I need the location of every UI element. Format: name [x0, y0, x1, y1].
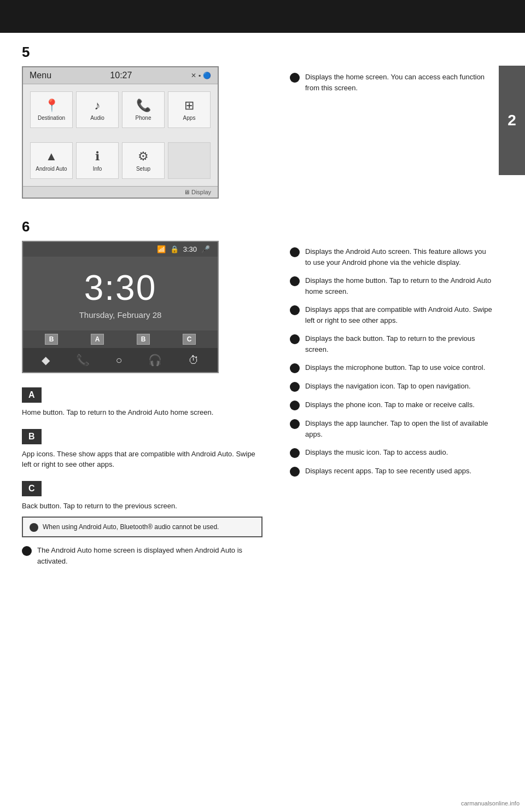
bullet-text-6-8: Displays the app launcher. Tap to open t… — [305, 418, 492, 439]
info-label: Info — [93, 166, 102, 172]
bullet-text-6-extra-1: The Android Auto home screen is displaye… — [37, 545, 262, 566]
warning-text: When using Android Auto, Bluetooth® audi… — [43, 522, 219, 532]
call-icon[interactable]: 📞 — [76, 353, 90, 367]
android-time: 3:30 — [183, 245, 197, 253]
bullet-6-6: Displays the navigation icon. Tap to ope… — [290, 381, 492, 392]
btn-label-c[interactable]: C — [183, 334, 196, 345]
desc-b: App icons. These show apps that are comp… — [22, 449, 262, 470]
bullet-dot-6-9 — [290, 448, 300, 458]
menu-title: Menu — [30, 71, 51, 80]
menu-grid-row1: 📍 Destination ♪ Audio 📞 Phone ⊞ Apps — [23, 84, 218, 135]
music-icon[interactable]: 🎧 — [148, 353, 162, 367]
bullet-text-6-3: Displays apps that are compatible with A… — [305, 304, 492, 326]
bullet-6-4: Displays the back button. Tap to return … — [290, 333, 492, 355]
android-button-row: B A B C — [23, 330, 218, 348]
bullet-text-5-1: Displays the home screen. You can access… — [305, 72, 492, 93]
menu-item-apps[interactable]: ⊞ Apps — [168, 91, 211, 128]
menu-screen: Menu 10:27 ✕ ▪ 🔵 📍 Destination ♪ — [22, 66, 219, 199]
android-date: Thursday, February 28 — [23, 310, 218, 320]
screen-header: Menu 10:27 ✕ ▪ 🔵 — [23, 67, 218, 84]
destination-icon: 📍 — [44, 98, 59, 113]
bullet-text-6-5: Displays the microphone button. Tap to u… — [305, 362, 485, 373]
section-6-label: 6 — [22, 218, 525, 235]
desc-c: Back button. Tap to return to the previo… — [22, 501, 262, 512]
phone-icon: 📞 — [136, 98, 151, 113]
bullet-dot-6-4 — [290, 334, 300, 344]
bullet-dot-6-2 — [290, 276, 300, 286]
bullet-dot-6-7 — [290, 401, 300, 410]
apps-label: Apps — [183, 115, 196, 121]
bullet-6-10: Displays recent apps. Tap to see recentl… — [290, 466, 492, 477]
bullet-dot — [22, 546, 32, 556]
section-5-left: Menu 10:27 ✕ ▪ 🔵 📍 Destination ♪ — [22, 66, 262, 210]
bullet-dot-6-10 — [290, 467, 300, 477]
bullet-text-6-6: Displays the navigation icon. Tap to ope… — [305, 381, 471, 392]
bullet-text-6-10: Displays recent apps. Tap to see recentl… — [305, 466, 471, 477]
bullet-dot — [290, 73, 300, 83]
screen-time: 10:27 — [110, 71, 132, 80]
menu-grid-row2: ▲ Android Auto ℹ Info ⚙ Setup — [23, 135, 218, 186]
recents-icon[interactable]: ⏱ — [188, 354, 199, 367]
bullet-dot-6-1 — [290, 247, 300, 257]
bullet-text-6-7: Displays the phone icon. Tap to make or … — [305, 399, 475, 410]
bullet-6-9: Displays the music icon. Tap to access a… — [290, 447, 492, 458]
chapter-tab: 2 — [499, 66, 525, 175]
setup-icon: ⚙ — [138, 149, 149, 164]
setup-label: Setup — [136, 166, 150, 172]
section-5-label: 5 — [22, 44, 525, 61]
android-clock: 3:30 — [23, 257, 218, 310]
btn-label-b1[interactable]: B — [45, 334, 59, 345]
androidauto-label: Android Auto — [36, 166, 67, 172]
chapter-number: 2 — [508, 112, 516, 129]
bullet-dot-6-5 — [290, 363, 300, 373]
destination-label: Destination — [38, 115, 65, 121]
menu-item-audio[interactable]: ♪ Audio — [76, 91, 119, 128]
bullet-text-6-9: Displays the music icon. Tap to access a… — [305, 447, 448, 458]
menu-item-setup[interactable]: ⚙ Setup — [122, 142, 165, 179]
menu-item-phone[interactable]: 📞 Phone — [122, 91, 165, 128]
badge-c: C — [22, 481, 42, 496]
lock-icon-android: 🔒 — [170, 245, 179, 253]
btn-label-b2[interactable]: B — [137, 334, 150, 345]
bullet-text-6-2: Displays the home button. Tap to return … — [305, 275, 492, 297]
bottom-logo: carmanualsonline.info — [461, 800, 520, 807]
menu-item-info[interactable]: ℹ Info — [76, 142, 119, 179]
bullet-dot-6-6 — [290, 382, 300, 392]
bullet-6-5: Displays the microphone button. Tap to u… — [290, 362, 492, 373]
bullet-6-7: Displays the phone icon. Tap to make or … — [290, 399, 492, 410]
menu-item-androidauto[interactable]: ▲ Android Auto — [30, 142, 73, 179]
audio-label: Audio — [90, 115, 104, 121]
mic-icon-android: 🎤 — [201, 245, 210, 253]
bt-icon: 🔵 — [203, 72, 211, 79]
bullet-5-1: Displays the home screen. You can access… — [290, 72, 492, 93]
section-6-left: 📶 🔒 3:30 🎤 3:30 Thursday, February 28 B … — [22, 241, 262, 574]
bullet-dot-6-3 — [290, 305, 300, 315]
bullet-text-6-1: Displays the Android Auto screen. This f… — [305, 246, 492, 268]
menu-item-destination[interactable]: 📍 Destination — [30, 91, 73, 128]
signal-icon: ▪ — [199, 72, 201, 79]
nav-icon[interactable]: ◆ — [42, 353, 50, 367]
header-icons: ✕ ▪ 🔵 — [191, 72, 211, 79]
btn-label-a[interactable]: A — [91, 334, 104, 345]
display-label: 🖥 Display — [184, 189, 211, 195]
bullet-6-1: Displays the Android Auto screen. This f… — [290, 246, 492, 268]
close-icon: ✕ — [191, 72, 196, 79]
bullet-6-extra-1: The Android Auto home screen is displaye… — [22, 545, 262, 566]
desc-a: Home button. Tap to return to the Androi… — [22, 407, 262, 418]
menu-item-empty — [168, 142, 211, 179]
apps-icon: ⊞ — [184, 98, 194, 113]
android-icon-row: ◆ 📞 ○ 🎧 ⏱ — [23, 348, 218, 372]
androidauto-icon: ▲ — [45, 149, 57, 164]
phone-label: Phone — [136, 115, 151, 121]
top-bar — [0, 0, 525, 33]
bullet-dot-6-8 — [290, 419, 300, 429]
badge-b: B — [22, 429, 42, 444]
bullet-text-6-4: Displays the back button. Tap to return … — [305, 333, 492, 355]
bullet-6-8: Displays the app launcher. Tap to open t… — [290, 418, 492, 439]
signal-icon-android: 📶 — [157, 245, 166, 253]
section-6-right: Displays the Android Auto screen. This f… — [290, 241, 525, 484]
bullet-6-3: Displays apps that are compatible with A… — [290, 304, 492, 326]
home-icon[interactable]: ○ — [115, 354, 122, 367]
badge-a: A — [22, 387, 42, 403]
warning-box: When using Android Auto, Bluetooth® audi… — [22, 517, 262, 537]
